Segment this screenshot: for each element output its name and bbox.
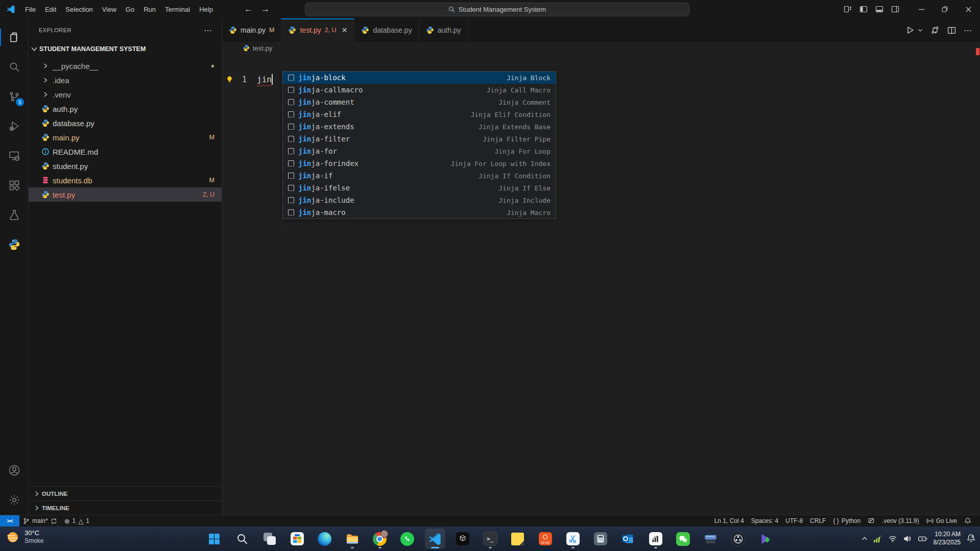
source-control-icon[interactable]: 5 (0, 82, 28, 111)
taskbar-search-button[interactable] (232, 529, 252, 549)
microsoft-store-button[interactable] (287, 529, 307, 549)
tree-item-venv[interactable]: .venv (29, 87, 222, 102)
tab-main-py[interactable]: main.py M (222, 18, 281, 42)
tab-database-py[interactable]: database.py (354, 18, 419, 42)
close-tab-icon[interactable]: ✕ (342, 26, 348, 34)
tab-auth-py[interactable]: auth.py (419, 18, 468, 42)
extensions-icon[interactable] (0, 171, 28, 200)
toggle-primary-sidebar-icon[interactable] (859, 5, 868, 13)
eol-sequence[interactable]: CRLF (806, 517, 829, 524)
tree-item-readme[interactable]: README.md (29, 145, 222, 159)
python-interpreter[interactable]: .venv (3.11.9) (878, 517, 922, 524)
notifications-blocked-icon[interactable] (864, 517, 878, 524)
notifications-bell-icon[interactable] (961, 517, 975, 524)
remote-explorer-icon[interactable] (0, 141, 28, 171)
split-editor-icon[interactable] (947, 26, 956, 35)
menu-go[interactable]: Go (121, 3, 139, 16)
menu-view[interactable]: View (98, 3, 121, 16)
weather-widget[interactable]: 30°C Smoke (5, 529, 43, 545)
suggest-item[interactable]: jinja-forJinja For Loop (283, 145, 556, 157)
problems-status[interactable]: ⊗ 1 △ 1 (61, 515, 93, 526)
menu-edit[interactable]: Edit (40, 3, 61, 16)
suggest-item[interactable]: jinja-filterJinja Filter Pipe (283, 133, 556, 145)
suggest-item[interactable]: jinja-commentJinja Comment (283, 96, 556, 108)
vscode-taskbar-button[interactable] (425, 529, 445, 549)
cursor-position[interactable]: Ln 1, Col 4 (711, 517, 748, 524)
cube-app-button[interactable] (452, 529, 473, 549)
toggle-secondary-sidebar-icon[interactable] (891, 5, 899, 13)
tree-item-studentsdb[interactable]: students.db M (29, 173, 222, 187)
clock-widget[interactable]: 10:20 AM 8/23/2025 (934, 531, 961, 546)
minimize-button[interactable] (910, 0, 933, 18)
run-debug-icon[interactable] (0, 111, 28, 141)
task-view-button[interactable] (259, 529, 280, 549)
suggest-item[interactable]: jinja-forindexJinja For Loop with Index (283, 157, 556, 170)
start-button[interactable] (204, 529, 225, 549)
go-live-button[interactable]: Go Live (923, 517, 961, 524)
hidden-icons-chevron[interactable] (861, 535, 868, 542)
open-changes-icon[interactable] (930, 26, 940, 35)
whatsapp-button[interactable] (397, 529, 418, 549)
suggest-item[interactable]: jinja-includeJinja Include (283, 194, 556, 206)
restore-button[interactable] (933, 0, 957, 18)
back-arrow-icon[interactable]: ← (244, 4, 253, 14)
tree-item-test[interactable]: test.py 2, U (29, 187, 222, 202)
menu-terminal[interactable]: Terminal (160, 3, 195, 16)
tree-item-main[interactable]: main.py M (29, 130, 222, 145)
wechat-button[interactable] (673, 529, 694, 549)
chrome-browser-button[interactable] (370, 529, 390, 549)
command-center-search[interactable]: Student Management System (305, 3, 689, 16)
encoding[interactable]: UTF-8 (782, 517, 806, 524)
run-dropdown-chevron-icon[interactable] (918, 28, 923, 33)
outline-section[interactable]: OUTLINE (29, 486, 222, 500)
suggest-item[interactable]: jinja-ifelseJinja If Else (283, 182, 556, 194)
suggest-item[interactable]: jinja-ifJinja If Condition (283, 170, 556, 182)
terminal-app-button[interactable]: >_ (480, 529, 500, 549)
explorer-view-icon[interactable] (0, 22, 28, 52)
calculator-button[interactable] (590, 529, 611, 549)
lightbulb-icon[interactable] (226, 76, 233, 83)
suggest-item[interactable]: jinja-callmacroJinja Call Macro (283, 84, 556, 96)
testing-icon[interactable] (0, 200, 28, 230)
suggest-item[interactable]: jinja-elifJinja Elif Condition (283, 108, 556, 121)
volume-icon[interactable] (903, 534, 912, 543)
python-view-icon[interactable] (0, 230, 28, 259)
chart-app-button[interactable] (646, 529, 666, 549)
language-mode[interactable]: { }Python (829, 517, 864, 524)
menu-file[interactable]: File (20, 3, 40, 16)
toggle-panel-icon[interactable] (875, 5, 883, 13)
ubuntu-app-button[interactable]: 22.04 (535, 529, 556, 549)
breadcrumb[interactable]: test.py (222, 42, 980, 54)
settings-gear-icon[interactable] (0, 485, 28, 515)
menu-run[interactable]: Run (139, 3, 160, 16)
indentation[interactable]: Spaces: 4 (748, 517, 782, 524)
notification-bell[interactable] (966, 533, 976, 545)
search-view-icon[interactable] (0, 52, 28, 82)
account-icon[interactable] (0, 456, 28, 485)
suggest-item[interactable]: jinja-macroJinja Macro (283, 206, 556, 219)
snipping-tool-button[interactable] (563, 529, 583, 549)
forward-arrow-icon[interactable]: → (261, 4, 270, 14)
explorer-root-folder[interactable]: STUDENT MANAGEMENT SYSTEM (29, 42, 222, 56)
more-actions-icon[interactable]: ⋯ (964, 26, 972, 35)
remote-indicator[interactable]: >< (0, 515, 19, 526)
wifi-icon[interactable] (888, 534, 897, 543)
tree-item-database[interactable]: database.py (29, 116, 222, 130)
tree-item-student[interactable]: student.py (29, 159, 222, 173)
obs-studio-button[interactable] (728, 529, 749, 549)
battery-icon[interactable] (918, 534, 928, 544)
suggest-item[interactable]: jinja-extendsJinja Extends Base (283, 121, 556, 133)
customize-layout-icon[interactable] (844, 5, 852, 13)
git-branch-status[interactable]: main* (19, 515, 61, 526)
tab-test-py[interactable]: test.py 2, U ✕ (281, 18, 354, 42)
suggest-item[interactable]: jinja-blockJinja Block (283, 71, 556, 84)
menu-selection[interactable]: Selection (61, 3, 97, 16)
run-python-file-icon[interactable] (905, 26, 915, 35)
keyboard-app-button[interactable] (701, 529, 721, 549)
timeline-section[interactable]: TIMELINE (29, 500, 222, 515)
video-downloader-button[interactable] (756, 529, 776, 549)
menu-help[interactable]: Help (195, 3, 218, 16)
explorer-more-actions-icon[interactable]: ⋯ (204, 26, 212, 35)
tree-item-idea[interactable]: .idea (29, 73, 222, 87)
edge-browser-button[interactable] (315, 529, 335, 549)
